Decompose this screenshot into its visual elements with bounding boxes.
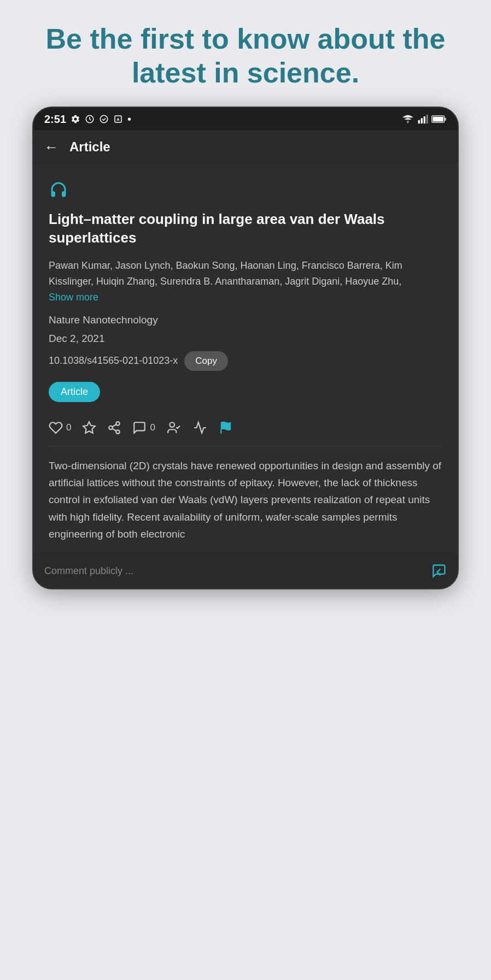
page-title: Be the first to know about the latest in…: [33, 22, 458, 90]
svg-point-14: [116, 430, 120, 434]
svg-rect-7: [426, 115, 428, 124]
comment-action[interactable]: 0: [132, 421, 155, 435]
flag-icon: [219, 421, 233, 435]
article-date: Dec 2, 2021: [49, 333, 442, 345]
status-right: [402, 114, 447, 124]
svg-text:A: A: [116, 117, 120, 122]
article-title: Light–matter coupling in large area van …: [49, 210, 442, 247]
svg-rect-10: [445, 118, 447, 121]
status-bar: 2:51 A •: [33, 108, 458, 130]
signal-icon: [417, 114, 428, 124]
gear-icon: [71, 114, 80, 124]
square-icon: A: [113, 114, 123, 124]
phone-frame: 2:51 A •: [32, 107, 459, 590]
share-action[interactable]: [107, 421, 121, 435]
follow-author-action[interactable]: [166, 421, 182, 435]
svg-point-12: [116, 422, 120, 426]
app-bar: ← Article: [33, 130, 458, 164]
trend-action[interactable]: [192, 421, 208, 435]
app-bar-title: Article: [69, 139, 110, 155]
svg-rect-9: [433, 117, 443, 122]
doi-text: 10.1038/s41565-021-01023-x: [49, 355, 178, 367]
show-more-button[interactable]: Show more: [49, 292, 98, 303]
svg-line-16: [113, 424, 116, 427]
notification-icon-2: [99, 114, 109, 124]
authors-text: Pawan Kumar, Jason Lynch, Baokun Song, H…: [49, 260, 402, 287]
status-left: 2:51 A •: [44, 113, 131, 126]
status-time: 2:51: [44, 113, 66, 126]
svg-marker-11: [84, 422, 96, 433]
battery-icon: [431, 115, 447, 123]
heart-icon: [49, 421, 63, 435]
copy-button[interactable]: Copy: [184, 351, 228, 371]
back-button[interactable]: ←: [44, 139, 59, 156]
follow-author-icon: [166, 421, 182, 435]
comment-count: 0: [150, 422, 155, 433]
share-icon: [107, 421, 121, 435]
send-comment-icon[interactable]: [431, 563, 447, 578]
comment-bar: Comment publicly ...: [33, 553, 458, 588]
trend-icon: [192, 421, 208, 435]
abstract-text: Two-dimensional (2D) crystals have renew…: [49, 457, 442, 543]
svg-rect-6: [424, 116, 425, 123]
svg-rect-4: [418, 120, 420, 124]
wifi-icon: [402, 114, 414, 124]
comment-icon: [132, 421, 147, 435]
doi-row: 10.1038/s41565-021-01023-x Copy: [49, 351, 442, 371]
flag-action[interactable]: [219, 421, 233, 435]
like-action[interactable]: 0: [49, 421, 71, 435]
svg-point-1: [100, 116, 108, 123]
bookmark-action[interactable]: [82, 421, 96, 435]
article-journal: Nature Nanotechnology: [49, 314, 442, 326]
action-bar: 0 0: [49, 415, 442, 446]
svg-rect-5: [421, 119, 423, 124]
like-count: 0: [66, 422, 71, 433]
comment-placeholder[interactable]: Comment publicly ...: [44, 565, 133, 577]
headphones-icon[interactable]: [49, 180, 442, 204]
star-icon: [82, 421, 96, 435]
article-authors: Pawan Kumar, Jason Lynch, Baokun Song, H…: [49, 258, 442, 305]
dot-indicator: •: [127, 113, 131, 126]
svg-line-15: [113, 428, 116, 430]
article-type-badge: Article: [49, 382, 100, 402]
notification-icon-1: [85, 114, 95, 124]
svg-point-13: [109, 426, 113, 430]
article-content: Light–matter coupling in large area van …: [33, 164, 458, 554]
page-header: Be the first to know about the latest in…: [0, 0, 491, 107]
svg-point-17: [169, 422, 174, 427]
